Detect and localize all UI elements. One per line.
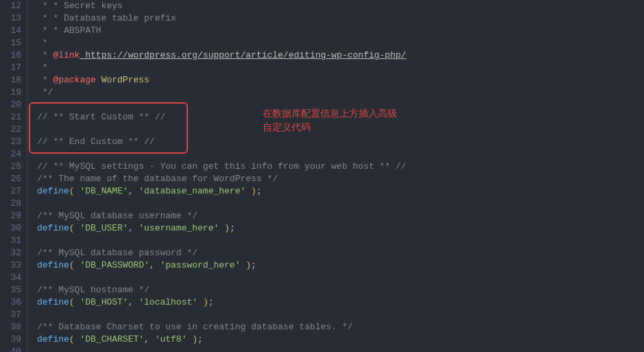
comma: ,	[150, 260, 160, 270]
code-text: /** MySQL database password */	[37, 248, 198, 258]
string: 'DB_USER'	[80, 223, 128, 233]
doc-tag: @link	[53, 50, 80, 60]
semicolon: ;	[257, 186, 262, 196]
line-number: 36	[0, 296, 21, 309]
keyword: define	[37, 334, 69, 344]
paren: (	[69, 260, 80, 270]
string: 'DB_HOST'	[80, 297, 128, 307]
code-text: * * ABSPATH	[37, 25, 102, 36]
keyword: define	[37, 260, 69, 270]
line-number: 17	[0, 62, 21, 74]
paren: )	[187, 334, 198, 344]
code-text: * * Database table prefix	[37, 13, 176, 23]
line-number: 40	[0, 346, 21, 352]
line-number: 15	[0, 37, 21, 49]
string: 'DB_NAME'	[80, 186, 128, 196]
string: 'DB_PASSWORD'	[80, 260, 149, 270]
comma: ,	[128, 223, 139, 233]
code-text: *	[37, 38, 48, 48]
paren: (	[69, 297, 80, 307]
doc-package: WordPress	[96, 75, 150, 85]
line-number: 34	[0, 272, 21, 284]
line-number: 28	[0, 198, 21, 210]
code-text: *	[37, 62, 48, 73]
semicolon: ;	[251, 260, 257, 270]
string: 'password_here'	[160, 260, 240, 270]
keyword: define	[37, 223, 69, 233]
code-text: // ** End Custom ** //	[37, 137, 155, 147]
line-number: 14	[0, 25, 21, 37]
semicolon: ;	[230, 223, 235, 233]
line-number: 25	[0, 161, 21, 173]
annotation-text: 在数据库配置信息上方插入高级自定义代码	[263, 106, 400, 134]
code-text: *	[37, 75, 53, 85]
comma: ,	[128, 186, 139, 196]
semicolon: ;	[208, 297, 214, 307]
code-editor[interactable]: 1213141516171819202122232425262728293031…	[0, 0, 644, 352]
string: 'DB_CHARSET'	[80, 334, 144, 344]
line-number: 32	[0, 247, 21, 259]
keyword: define	[37, 186, 69, 196]
code-text: /** The name of the database for WordPre…	[37, 174, 278, 184]
line-number: 21	[0, 111, 21, 124]
code-text: */	[37, 87, 53, 97]
line-number: 27	[0, 185, 21, 198]
doc-tag: @package	[53, 75, 95, 85]
line-number: 37	[0, 309, 21, 321]
paren: (	[69, 186, 80, 196]
code-text: /** MySQL hostname */	[37, 285, 150, 295]
code-text: *	[37, 50, 53, 60]
code-text: // ** MySQL settings - You can get this …	[37, 161, 406, 172]
paren: (	[69, 334, 80, 344]
paren: )	[198, 297, 208, 307]
line-number: 12	[0, 0, 21, 12]
line-number: 33	[0, 259, 21, 272]
string: 'username_here'	[139, 223, 219, 233]
code-text: // ** Start Custom ** //	[37, 112, 165, 122]
comma: ,	[128, 297, 139, 307]
keyword: define	[37, 297, 69, 307]
line-number-gutter: 1213141516171819202122232425262728293031…	[0, 0, 27, 352]
line-number: 16	[0, 49, 21, 62]
line-number: 13	[0, 12, 21, 25]
comma: ,	[144, 334, 155, 344]
string: 'utf8'	[155, 334, 187, 344]
string: 'localhost'	[139, 297, 198, 307]
code-text: /** Database Charset to use in creating …	[37, 322, 353, 332]
line-number: 24	[0, 148, 21, 161]
doc-link[interactable]: https://wordpress.org/support/article/ed…	[80, 50, 406, 60]
line-number: 20	[0, 99, 21, 111]
line-number: 23	[0, 136, 21, 148]
line-number: 31	[0, 235, 21, 247]
code-area[interactable]: * * Secret keys * * Database table prefi…	[27, 0, 644, 352]
semicolon: ;	[198, 334, 203, 344]
line-number: 26	[0, 173, 21, 185]
paren: (	[69, 223, 80, 233]
line-number: 19	[0, 86, 21, 99]
string: 'database_name_here'	[139, 186, 246, 196]
line-number: 29	[0, 210, 21, 222]
paren: )	[240, 260, 251, 270]
line-number: 18	[0, 74, 21, 86]
line-number: 39	[0, 333, 21, 346]
paren: )	[246, 186, 257, 196]
code-text: /** MySQL database username */	[37, 211, 198, 221]
line-number: 35	[0, 284, 21, 296]
line-number: 22	[0, 124, 21, 136]
code-text: * * Secret keys	[37, 1, 123, 11]
line-number: 38	[0, 321, 21, 333]
line-number: 30	[0, 222, 21, 235]
paren: )	[219, 223, 230, 233]
